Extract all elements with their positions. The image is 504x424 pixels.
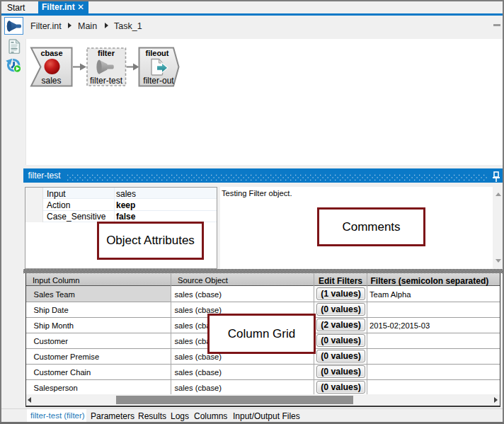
svg-text:sales: sales [41, 76, 61, 86]
svg-text:fileout: fileout [146, 49, 169, 57]
svg-text:filter-test: filter-test [90, 76, 123, 86]
svg-text:filter-out: filter-out [143, 76, 174, 86]
svg-text:cbase: cbase [40, 49, 62, 57]
svg-text:filter: filter [98, 49, 115, 57]
